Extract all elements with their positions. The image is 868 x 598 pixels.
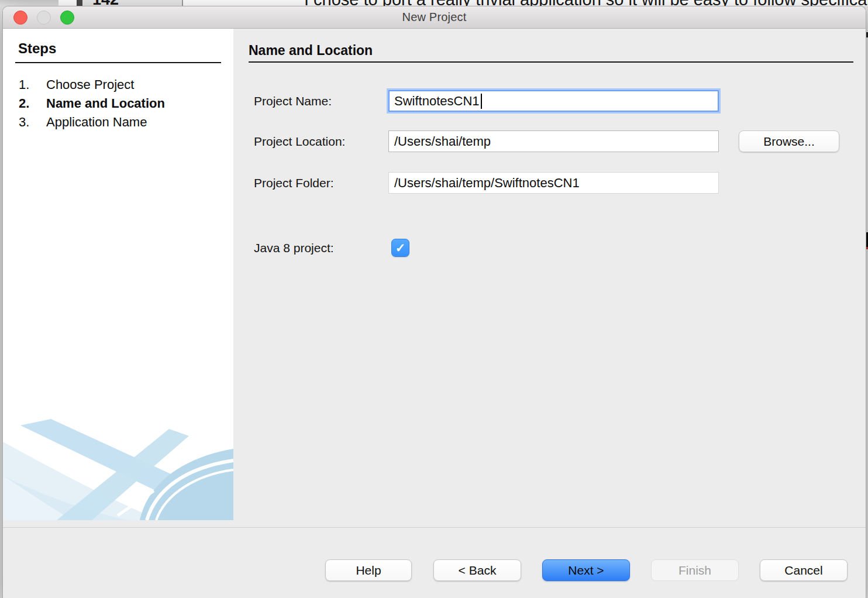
step-choose-project: 1. Choose Project [19,75,165,94]
next-button-label: Next > [568,563,604,578]
step-number: 3. [19,115,46,130]
cancel-button[interactable]: Cancel [760,559,848,581]
panel-heading-rule [249,61,853,63]
step-name-and-location: 2. Name and Location [19,94,165,113]
background-scroll-marker [77,0,82,6]
background-gutter-divider [182,0,183,6]
zoom-button[interactable] [60,11,74,25]
panel-heading: Name and Location [249,43,373,59]
steps-list: 1. Choose Project 2. Name and Location 3… [19,75,165,132]
help-button-label: Help [356,563,381,578]
background-window-sliver: 142 I chose to port a really trivial app… [0,0,868,6]
project-name-input[interactable]: SwiftnotesCN1 [388,90,719,112]
steps-heading-rule [15,62,221,63]
step-application-name: 3. Application Name [19,113,165,132]
steps-panel: Steps 1. Choose Project 2. Name and Loca… [3,29,233,520]
checkmark-icon: ✓ [395,241,406,255]
project-name-label: Project Name: [254,90,332,112]
background-partial-text: I chose to port a really trivial applica… [304,0,868,6]
dialog-body: Steps 1. Choose Project 2. Name and Loca… [3,29,866,598]
finish-button[interactable]: Finish [651,559,739,581]
finish-button-label: Finish [678,563,711,578]
background-line-number: 142 [92,0,119,6]
step-number: 1. [19,77,46,92]
next-button[interactable]: Next > [542,559,630,581]
java8-checkbox[interactable]: ✓ [391,239,409,257]
project-name-value: SwiftnotesCN1 [394,94,480,109]
steps-heading: Steps [18,40,56,57]
traffic-lights [13,11,74,25]
close-button[interactable] [13,11,27,25]
step-label: Application Name [46,115,147,130]
netbeans-swoosh-graphic [3,417,233,520]
name-and-location-panel: Name and Location Project Name: Swiftnot… [233,29,866,520]
back-button[interactable]: < Back [433,559,521,581]
project-folder-input[interactable] [388,172,719,194]
step-number: 2. [19,96,46,111]
browse-button-label: Browse... [763,135,815,149]
project-folder-label: Project Folder: [254,172,334,194]
step-label: Name and Location [46,96,165,111]
text-cursor [481,94,482,109]
java8-project-label: Java 8 project: [254,239,334,257]
minimize-button [37,11,51,25]
footer-divider [3,527,866,528]
titlebar[interactable]: New Project [3,6,866,29]
cancel-button-label: Cancel [784,563,822,578]
project-location-label: Project Location: [254,130,345,152]
back-button-label: < Back [459,563,497,578]
step-label: Choose Project [46,77,134,92]
new-project-dialog: New Project Steps 1. Choose Project 2. N… [2,6,866,598]
browse-button[interactable]: Browse... [739,130,839,152]
project-location-input[interactable] [388,130,719,152]
help-button[interactable]: Help [325,559,412,581]
background-gutter [0,0,58,6]
window-title: New Project [3,6,866,28]
